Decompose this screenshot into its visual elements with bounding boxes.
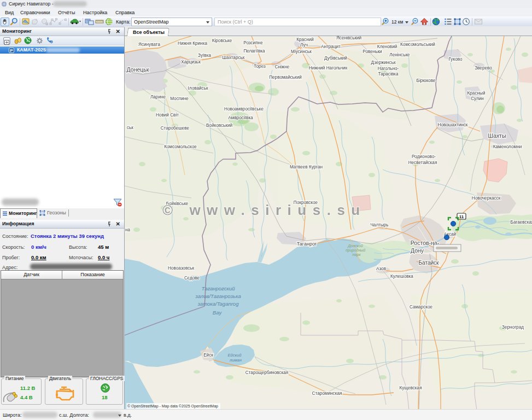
svg-text:Багаевская: Багаевская [511,220,532,225]
svg-text:Родионово-: Родионово- [412,154,436,159]
svg-text:Зуївка: Зуївка [198,53,211,58]
svg-text:Зверево: Зверево [475,66,492,71]
svg-text:Чалтырь: Чалтырь [370,223,388,228]
svg-text:Шахты: Шахты [488,132,506,139]
svg-text:Нижня Кринка: Нижня Кринка [178,41,207,46]
svg-text:Ейский: Ейский [228,353,242,358]
svg-text:Ейск: Ейск [203,353,213,358]
svg-text:Амвросіївка: Амвросіївка [228,115,253,120]
svg-text:Дону: Дону [411,247,424,254]
svg-text:Бірюкове: Бірюкове [417,78,436,83]
svg-text:Кущевская: Кущевская [399,386,422,390]
svg-text:Дзержинськ: Дзержинськ [371,60,396,65]
svg-text:Новоамвросіївське: Новоамвросіївське [224,107,264,112]
svg-text:Ясинувата: Ясинувата [138,42,160,47]
svg-text:Новошахтинск: Новошахтинск [438,122,468,127]
svg-text:Комсомольское: Комсомольское [164,144,197,149]
svg-text:Красный: Красный [467,91,486,96]
svg-text:Новий Світ: Новий Світ [156,113,179,118]
svg-text:Торез: Торез [254,64,266,69]
svg-text:Пелагіївка: Пелагіївка [243,49,265,54]
svg-text:природный: природный [346,248,365,253]
svg-text:Кулешовка: Кулешовка [390,274,413,279]
svg-text:Сулин: Сулин [471,96,484,101]
svg-text:Антрацит: Антрацит [321,44,341,49]
svg-text:Донецьк: Донецьк [127,66,149,73]
svg-text:Красний: Красний [296,37,314,42]
svg-text:лиман: лиман [229,358,242,363]
svg-text:Сніжне: Сніжне [275,65,290,69]
svg-text:Комсомольський: Комсомольський [400,42,435,47]
svg-text:затока/Taganrog: затока/Taganrog [197,301,239,307]
svg-text:Харцизьк: Харцизьк [181,60,201,65]
svg-text:Несветайская: Несветайская [408,160,437,165]
svg-text:11: 11 [459,214,464,219]
svg-text:Первомайський: Первомайський [269,75,302,80]
svg-text:Войковський: Войковський [206,123,232,128]
svg-text:на: на [125,228,131,232]
svg-text:Таганрог: Таганрог [297,241,317,247]
svg-text:Новоазовськ: Новоазовськ [168,266,195,271]
svg-text:Шахтарськ: Шахтарськ [223,55,245,60]
svg-text:Нижний Нагольчик: Нижний Нагольчик [309,66,348,71]
svg-text:Таганрогский: Таганрогский [202,285,236,291]
svg-text:Кіровське: Кіровське [212,38,232,43]
svg-text:9: 9 [50,39,53,44]
svg-text:Самарское: Самарское [410,305,433,310]
svg-text:Ясенівський: Ясенівський [336,36,361,40]
svg-text:Ленінське: Ленінське [389,52,410,57]
svg-text:Сєдове: Сєдове [184,276,200,281]
svg-text:парк: парк [353,253,361,257]
svg-text:Міусинськ: Міусинськ [291,49,312,54]
svg-text:Матвеев Курган: Матвеев Курган [290,165,323,170]
svg-text:Розсипне: Розсипне [243,40,263,45]
svg-text:Старощербиновская: Старощербиновская [245,370,288,375]
svg-text:Новочеркасск: Новочеркасск [472,196,501,201]
svg-text:Bay: Bay [213,310,223,316]
svg-text:залив/Таганрозька: залив/Таганрозька [195,293,241,299]
svg-text:Кленовий: Кленовий [377,44,397,49]
svg-text:Тарасівка: Тарасівка [378,72,399,77]
svg-text:Луч: Луч [300,43,308,48]
svg-text:Староминская: Староминская [312,391,342,396]
svg-text:Ровеньки: Ровеньки [363,49,382,54]
svg-text:© www.sirius.su: © www.sirius.su [162,202,366,218]
svg-text:Ларине: Ларине [150,95,166,100]
svg-text:Дубівський: Дубівський [324,56,347,61]
svg-text:Зерноград: Зерноград [502,325,524,330]
svg-text:Каменоломни: Каменоломни [493,144,522,149]
svg-text:Моспине: Моспине [170,96,189,101]
svg-text:Батайск: Батайск [419,260,440,266]
svg-text:Донской: Донской [347,244,363,248]
svg-text:Гуково: Гуково [448,57,462,62]
svg-text:ськ: ськ [127,125,133,130]
svg-text:Нагольно-: Нагольно- [378,66,399,71]
svg-text:Старобешеве: Старобешеве [161,126,190,131]
svg-text:Іловайськ: Іловайськ [188,86,208,91]
svg-text:Азов: Азов [376,266,386,271]
